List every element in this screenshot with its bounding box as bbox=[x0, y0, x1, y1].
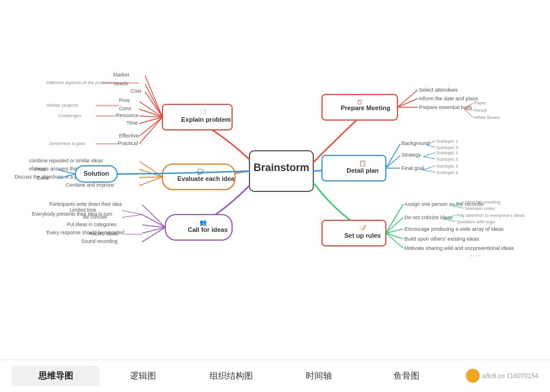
svg-text:Maintain order: Maintain order bbox=[465, 206, 495, 211]
svg-text:Resource: Resource bbox=[116, 112, 139, 118]
svg-text:Limited time: Limited time bbox=[70, 207, 96, 213]
svg-text:Needs: Needs bbox=[113, 81, 129, 86]
nav-item-timeline[interactable]: 时间轴 bbox=[275, 366, 363, 386]
svg-text:Pay attention to everyone's id: Pay attention to everyone's ideas bbox=[457, 213, 525, 218]
svg-text:📝: 📝 bbox=[359, 224, 367, 232]
svg-text:Determine a goal: Determine a goal bbox=[49, 141, 85, 146]
svg-text:Sound recording: Sound recording bbox=[81, 238, 118, 244]
svg-text:Cons: Cons bbox=[119, 106, 132, 111]
svg-text:Put ideas in categories: Put ideas in categories bbox=[67, 222, 117, 227]
svg-text:Build upon others' existing id: Build upon others' existing ideas bbox=[404, 236, 479, 242]
svg-text:Pencil: Pencil bbox=[474, 108, 487, 113]
svg-text:Set up rules: Set up rules bbox=[345, 232, 381, 239]
svg-text:Detail plan: Detail plan bbox=[346, 167, 379, 174]
svg-text:📄: 📄 bbox=[200, 108, 207, 116]
svg-text:White Board: White Board bbox=[474, 115, 500, 120]
svg-text:Effective: Effective bbox=[119, 133, 139, 139]
svg-text:Select attendees: Select attendees bbox=[419, 87, 458, 93]
nav-item-org[interactable]: 组织结构图 bbox=[187, 366, 275, 386]
main-canvas: Brainstorm 🗒 Prepare Meeting Select atte… bbox=[0, 0, 550, 360]
nav-item-mindmap[interactable]: 思维导图 bbox=[12, 366, 99, 386]
svg-text:Practical: Practical bbox=[118, 140, 138, 146]
svg-text:Motivate sharing wild and unco: Motivate sharing wild and unconventional… bbox=[404, 245, 514, 251]
svg-text:Evaluate each idea: Evaluate each idea bbox=[178, 175, 235, 182]
svg-text:Background: Background bbox=[401, 140, 429, 146]
svg-text:Subtopic 1: Subtopic 1 bbox=[436, 150, 458, 155]
mindmap-svg: Brainstorm 🗒 Prepare Meeting Select atte… bbox=[0, 0, 550, 360]
svg-text:Inform the date and place: Inform the date and place bbox=[419, 96, 478, 101]
svg-text:Market: Market bbox=[113, 72, 129, 78]
svg-text:Similar projects: Similar projects bbox=[46, 103, 78, 108]
svg-text:Time: Time bbox=[126, 120, 138, 126]
svg-text:Question with logic: Question with logic bbox=[457, 219, 495, 224]
svg-text:Subtopic 2: Subtopic 2 bbox=[436, 157, 458, 162]
svg-text:Cost: Cost bbox=[131, 88, 142, 94]
svg-text:Solution: Solution bbox=[84, 170, 109, 177]
svg-text:Participants write down their : Participants write down their idea bbox=[49, 201, 122, 207]
svg-text:Explain problem: Explain problem bbox=[181, 116, 231, 123]
svg-text:Different aspects of the probl: Different aspects of the problem bbox=[46, 80, 113, 85]
nav-item-logic[interactable]: 逻辑图 bbox=[99, 366, 187, 386]
svg-text:Subtopic 2: Subtopic 2 bbox=[436, 170, 458, 175]
svg-text:Challenges: Challenges bbox=[58, 113, 81, 118]
svg-text:Combine and improve: Combine and improve bbox=[66, 182, 114, 188]
svg-text:Be concise: Be concise bbox=[83, 214, 107, 220]
svg-text:Subtopic 2: Subtopic 2 bbox=[436, 145, 458, 150]
svg-text:👥: 👥 bbox=[200, 219, 207, 226]
svg-text:📋: 📋 bbox=[359, 159, 367, 167]
svg-text:Final goal: Final goal bbox=[401, 165, 424, 171]
svg-text:Encourage producing a wide arr: Encourage producing a wide array of idea… bbox=[404, 226, 504, 232]
svg-text:Host the meeting: Host the meeting bbox=[465, 199, 500, 205]
svg-text:Cons: Cons bbox=[37, 175, 49, 181]
svg-text:Subtopic 1: Subtopic 1 bbox=[436, 139, 458, 144]
svg-text:combine repeated or similar id: combine repeated or similar ideas bbox=[29, 158, 103, 164]
svg-text:Brainstorm: Brainstorm bbox=[254, 162, 309, 173]
svg-text:Call for ideas: Call for ideas bbox=[187, 226, 227, 233]
svg-text:Paper: Paper bbox=[474, 100, 487, 106]
svg-text:Record ideas: Record ideas bbox=[89, 231, 118, 237]
svg-text:Pros: Pros bbox=[119, 97, 130, 103]
svg-line-96 bbox=[139, 177, 162, 177]
bottom-nav: 思维导图 逻辑图 组织结构图 时间轴 鱼骨图 a8c8.cn 116070154 bbox=[0, 360, 550, 392]
watermark: a8c8.cn 116070154 bbox=[451, 369, 538, 384]
svg-text:Pros: Pros bbox=[35, 166, 46, 172]
svg-text:Prepare Meeting: Prepare Meeting bbox=[341, 104, 390, 111]
svg-text:Strategy: Strategy bbox=[401, 152, 421, 158]
svg-text:Subtopic 1: Subtopic 1 bbox=[436, 164, 458, 169]
nav-item-fishbone[interactable]: 鱼骨图 bbox=[363, 366, 450, 386]
